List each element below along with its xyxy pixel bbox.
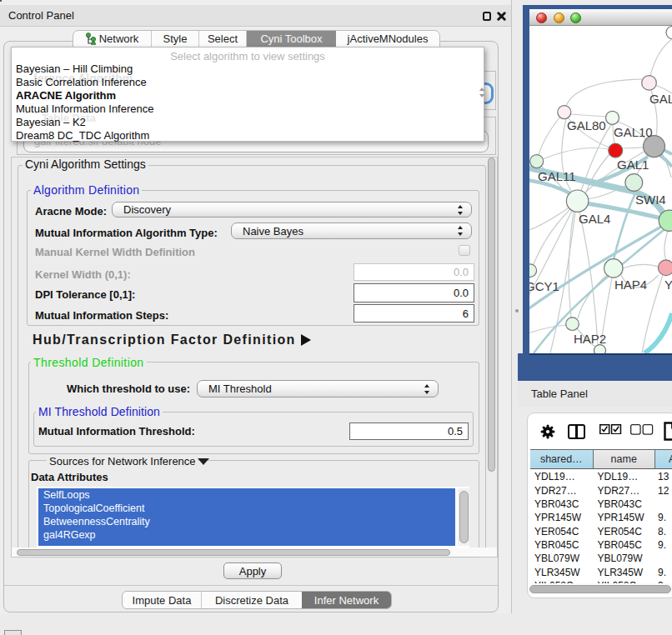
svg-text:GAL7: GAL7 <box>649 92 672 106</box>
svg-text:GAL4: GAL4 <box>579 212 610 226</box>
svg-text:HAP2: HAP2 <box>574 332 606 346</box>
svg-text:GCY1: GCY1 <box>529 279 559 293</box>
svg-text:HAP4: HAP4 <box>614 278 647 292</box>
svg-text:GAL11: GAL11 <box>538 169 576 183</box>
svg-text:GAL10: GAL10 <box>614 125 653 139</box>
svg-text:GAL1: GAL1 <box>617 158 649 172</box>
svg-text:Y: Y <box>664 278 672 292</box>
svg-text:SWI4: SWI4 <box>635 192 666 207</box>
svg-text:GAL80: GAL80 <box>567 118 606 132</box>
